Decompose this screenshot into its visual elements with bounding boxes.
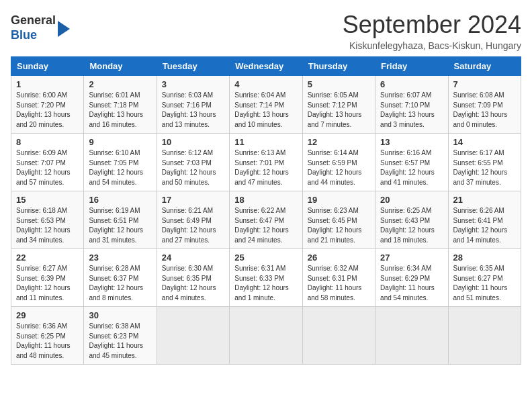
- day-info: Sunrise: 6:03 AMSunset: 7:16 PMDaylight:…: [162, 91, 224, 130]
- day-number: 16: [89, 195, 151, 205]
- table-row: 27Sunrise: 6:34 AMSunset: 6:29 PMDayligh…: [375, 249, 448, 307]
- day-info: Sunrise: 6:18 AMSunset: 6:53 PMDaylight:…: [16, 206, 79, 245]
- table-row: 4Sunrise: 6:04 AMSunset: 7:14 PMDaylight…: [230, 76, 302, 134]
- day-number: 9: [89, 137, 151, 147]
- day-number: 1: [16, 79, 79, 89]
- calendar-week-3: 15Sunrise: 6:18 AMSunset: 6:53 PMDayligh…: [11, 191, 521, 249]
- day-info: Sunrise: 6:19 AMSunset: 6:51 PMDaylight:…: [89, 206, 151, 245]
- calendar-table: Sunday Monday Tuesday Wednesday Thursday…: [11, 56, 521, 365]
- calendar-week-4: 22Sunrise: 6:27 AMSunset: 6:39 PMDayligh…: [11, 249, 521, 307]
- day-info: Sunrise: 6:25 AMSunset: 6:43 PMDaylight:…: [380, 206, 443, 245]
- day-number: 17: [162, 195, 224, 205]
- day-info: Sunrise: 6:34 AMSunset: 6:29 PMDaylight:…: [380, 264, 443, 303]
- table-row: 5Sunrise: 6:05 AMSunset: 7:12 PMDaylight…: [302, 76, 375, 134]
- day-number: 26: [308, 253, 370, 263]
- calendar-week-1: 1Sunrise: 6:00 AMSunset: 7:20 PMDaylight…: [11, 76, 521, 134]
- table-row: 25Sunrise: 6:31 AMSunset: 6:33 PMDayligh…: [230, 249, 302, 307]
- day-number: 18: [234, 195, 297, 205]
- day-number: 10: [162, 137, 224, 147]
- day-number: 25: [234, 253, 297, 263]
- logo: General Blue: [11, 13, 70, 42]
- day-number: 20: [380, 195, 443, 205]
- logo-arrow-icon: [58, 21, 70, 37]
- day-number: 30: [89, 310, 151, 320]
- table-row: 30Sunrise: 6:38 AMSunset: 6:23 PMDayligh…: [84, 307, 157, 365]
- day-info: Sunrise: 6:05 AMSunset: 7:12 PMDaylight:…: [308, 91, 370, 130]
- table-row: 26Sunrise: 6:32 AMSunset: 6:31 PMDayligh…: [302, 249, 375, 307]
- day-info: Sunrise: 6:12 AMSunset: 7:03 PMDaylight:…: [162, 148, 224, 187]
- day-number: 28: [453, 253, 516, 263]
- calendar-header-row: Sunday Monday Tuesday Wednesday Thursday…: [11, 57, 521, 76]
- table-row: [302, 307, 375, 365]
- day-number: 11: [234, 137, 297, 147]
- day-info: Sunrise: 6:10 AMSunset: 7:05 PMDaylight:…: [89, 148, 151, 187]
- table-row: 14Sunrise: 6:17 AMSunset: 6:55 PMDayligh…: [448, 134, 521, 191]
- day-info: Sunrise: 6:31 AMSunset: 6:33 PMDaylight:…: [234, 264, 297, 303]
- table-row: 29Sunrise: 6:36 AMSunset: 6:25 PMDayligh…: [11, 307, 84, 365]
- page-header: General Blue September 2024 Kiskunfelegy…: [11, 11, 521, 51]
- day-info: Sunrise: 6:08 AMSunset: 7:09 PMDaylight:…: [453, 91, 516, 130]
- day-number: 21: [453, 195, 516, 205]
- day-info: Sunrise: 6:17 AMSunset: 6:55 PMDaylight:…: [453, 148, 516, 187]
- table-row: [375, 307, 448, 365]
- day-number: 27: [380, 253, 443, 263]
- day-number: 15: [16, 195, 79, 205]
- day-info: Sunrise: 6:00 AMSunset: 7:20 PMDaylight:…: [16, 91, 79, 130]
- table-row: 10Sunrise: 6:12 AMSunset: 7:03 PMDayligh…: [157, 134, 229, 191]
- table-row: [448, 307, 521, 365]
- table-row: 15Sunrise: 6:18 AMSunset: 6:53 PMDayligh…: [11, 191, 84, 249]
- day-number: 7: [453, 79, 516, 89]
- table-row: 12Sunrise: 6:14 AMSunset: 6:59 PMDayligh…: [302, 134, 375, 191]
- day-number: 12: [308, 137, 370, 147]
- day-number: 24: [162, 253, 224, 263]
- table-row: 7Sunrise: 6:08 AMSunset: 7:09 PMDaylight…: [448, 76, 521, 134]
- title-section: September 2024 Kiskunfelegyhaza, Bacs-Ki…: [343, 11, 521, 51]
- table-row: 22Sunrise: 6:27 AMSunset: 6:39 PMDayligh…: [11, 249, 84, 307]
- day-number: 19: [308, 195, 370, 205]
- day-info: Sunrise: 6:01 AMSunset: 7:18 PMDaylight:…: [89, 91, 151, 130]
- table-row: 8Sunrise: 6:09 AMSunset: 7:07 PMDaylight…: [11, 134, 84, 191]
- month-title: September 2024: [343, 11, 521, 39]
- location-subtitle: Kiskunfelegyhaza, Bacs-Kiskun, Hungary: [343, 40, 521, 51]
- col-tuesday: Tuesday: [157, 57, 229, 76]
- day-number: 29: [16, 310, 79, 320]
- day-info: Sunrise: 6:27 AMSunset: 6:39 PMDaylight:…: [16, 264, 79, 303]
- table-row: 23Sunrise: 6:28 AMSunset: 6:37 PMDayligh…: [84, 249, 157, 307]
- table-row: 18Sunrise: 6:22 AMSunset: 6:47 PMDayligh…: [230, 191, 302, 249]
- day-info: Sunrise: 6:13 AMSunset: 7:01 PMDaylight:…: [234, 148, 297, 187]
- day-number: 22: [16, 253, 79, 263]
- day-info: Sunrise: 6:35 AMSunset: 6:27 PMDaylight:…: [453, 264, 516, 303]
- table-row: 20Sunrise: 6:25 AMSunset: 6:43 PMDayligh…: [375, 191, 448, 249]
- day-info: Sunrise: 6:38 AMSunset: 6:23 PMDaylight:…: [89, 322, 151, 361]
- calendar-week-5: 29Sunrise: 6:36 AMSunset: 6:25 PMDayligh…: [11, 307, 521, 365]
- col-thursday: Thursday: [302, 57, 375, 76]
- day-info: Sunrise: 6:21 AMSunset: 6:49 PMDaylight:…: [162, 206, 224, 245]
- day-number: 3: [162, 79, 224, 89]
- col-saturday: Saturday: [448, 57, 521, 76]
- col-wednesday: Wednesday: [230, 57, 302, 76]
- table-row: 16Sunrise: 6:19 AMSunset: 6:51 PMDayligh…: [84, 191, 157, 249]
- table-row: 3Sunrise: 6:03 AMSunset: 7:16 PMDaylight…: [157, 76, 229, 134]
- day-info: Sunrise: 6:36 AMSunset: 6:25 PMDaylight:…: [16, 322, 79, 361]
- table-row: 17Sunrise: 6:21 AMSunset: 6:49 PMDayligh…: [157, 191, 229, 249]
- table-row: [157, 307, 229, 365]
- day-number: 2: [89, 79, 151, 89]
- day-info: Sunrise: 6:26 AMSunset: 6:41 PMDaylight:…: [453, 206, 516, 245]
- col-friday: Friday: [375, 57, 448, 76]
- day-info: Sunrise: 6:14 AMSunset: 6:59 PMDaylight:…: [308, 148, 370, 187]
- table-row: 6Sunrise: 6:07 AMSunset: 7:10 PMDaylight…: [375, 76, 448, 134]
- table-row: [230, 307, 302, 365]
- logo-blue: Blue: [11, 28, 37, 42]
- day-info: Sunrise: 6:32 AMSunset: 6:31 PMDaylight:…: [308, 264, 370, 303]
- logo-general: General: [11, 13, 56, 27]
- day-info: Sunrise: 6:04 AMSunset: 7:14 PMDaylight:…: [234, 91, 297, 130]
- table-row: 11Sunrise: 6:13 AMSunset: 7:01 PMDayligh…: [230, 134, 302, 191]
- day-info: Sunrise: 6:09 AMSunset: 7:07 PMDaylight:…: [16, 148, 79, 187]
- table-row: 1Sunrise: 6:00 AMSunset: 7:20 PMDaylight…: [11, 76, 84, 134]
- table-row: 28Sunrise: 6:35 AMSunset: 6:27 PMDayligh…: [448, 249, 521, 307]
- col-sunday: Sunday: [11, 57, 84, 76]
- day-number: 8: [16, 137, 79, 147]
- day-number: 4: [234, 79, 297, 89]
- day-info: Sunrise: 6:28 AMSunset: 6:37 PMDaylight:…: [89, 264, 151, 303]
- day-number: 6: [380, 79, 443, 89]
